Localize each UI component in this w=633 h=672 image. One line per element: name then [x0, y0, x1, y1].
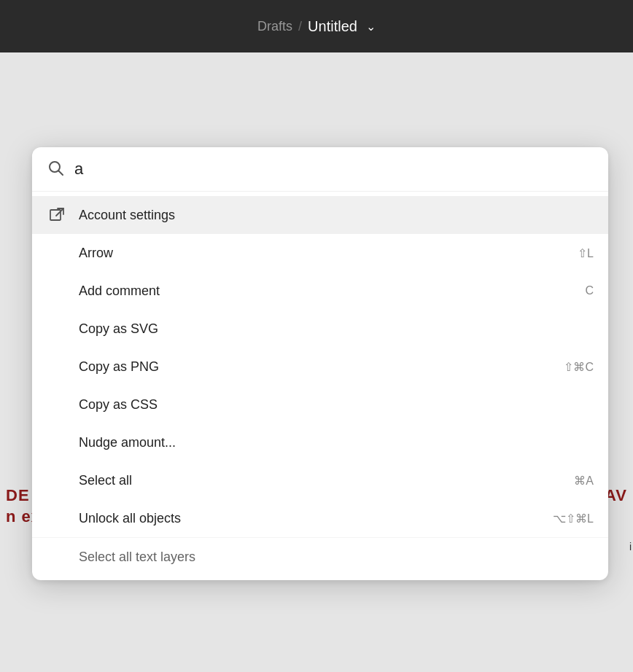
svg-line-1 — [59, 171, 63, 176]
page-title: Untitled — [308, 18, 357, 35]
no-icon — [47, 470, 67, 491]
menu-item-shortcut: ⇧L — [578, 246, 594, 260]
menu-item-account-settings[interactable]: Account settings — [32, 196, 608, 234]
menu-item-unlock-all[interactable]: Unlock all objects ⌥⇧⌘L — [32, 499, 608, 537]
menu-item-label: Copy as PNG — [79, 359, 564, 375]
bg-text-bottom-right: i — [629, 541, 632, 552]
search-icon — [47, 159, 64, 179]
menu-item-label: Copy as CSS — [79, 397, 594, 413]
menu-item-add-comment[interactable]: Add comment C — [32, 272, 608, 310]
menu-item-shortcut: ⌥⇧⌘L — [553, 512, 594, 526]
no-icon — [47, 508, 67, 528]
menu-item-label: Arrow — [79, 246, 578, 261]
no-icon — [47, 319, 67, 339]
menu-item-label: Select all text layers — [79, 550, 594, 565]
menu-item-shortcut: C — [585, 284, 594, 297]
breadcrumb-separator: / — [298, 19, 302, 34]
menu-item-shortcut: ⇧⌘C — [564, 360, 594, 374]
menu-items-list: Account settings Arrow ⇧L Add comment C … — [32, 192, 608, 580]
no-icon — [47, 547, 67, 567]
menu-item-shortcut: ⌘A — [574, 474, 594, 488]
no-icon — [47, 356, 67, 377]
external-link-icon — [47, 205, 67, 225]
menu-item-select-text-layers[interactable]: Select all text layers — [32, 537, 608, 576]
menu-item-arrow[interactable]: Arrow ⇧L — [32, 234, 608, 272]
command-palette: Account settings Arrow ⇧L Add comment C … — [32, 147, 608, 580]
menu-item-label: Select all — [79, 473, 574, 488]
no-icon — [47, 394, 67, 415]
menu-item-label: Add comment — [79, 284, 585, 299]
drafts-link[interactable]: Drafts — [257, 19, 292, 34]
menu-item-nudge-amount[interactable]: Nudge amount... — [32, 423, 608, 461]
no-icon — [47, 243, 67, 263]
top-bar: Drafts / Untitled ⌄ — [0, 0, 633, 52]
menu-item-label: Account settings — [79, 208, 594, 223]
svg-rect-2 — [50, 210, 61, 220]
canvas-area: DE n ex AV i — [0, 52, 633, 672]
menu-item-copy-css[interactable]: Copy as CSS — [32, 386, 608, 423]
menu-item-copy-png[interactable]: Copy as PNG ⇧⌘C — [32, 348, 608, 386]
menu-item-select-all[interactable]: Select all ⌘A — [32, 461, 608, 499]
search-row — [32, 147, 608, 192]
menu-item-label: Nudge amount... — [79, 435, 594, 450]
menu-item-copy-svg[interactable]: Copy as SVG — [32, 310, 608, 348]
search-input[interactable] — [74, 160, 594, 179]
breadcrumb: Drafts / Untitled ⌄ — [257, 18, 376, 35]
menu-item-label: Copy as SVG — [79, 321, 594, 337]
title-dropdown-icon[interactable]: ⌄ — [366, 20, 376, 34]
menu-item-label: Unlock all objects — [79, 511, 553, 526]
no-icon — [47, 432, 67, 453]
no-icon — [47, 281, 67, 301]
